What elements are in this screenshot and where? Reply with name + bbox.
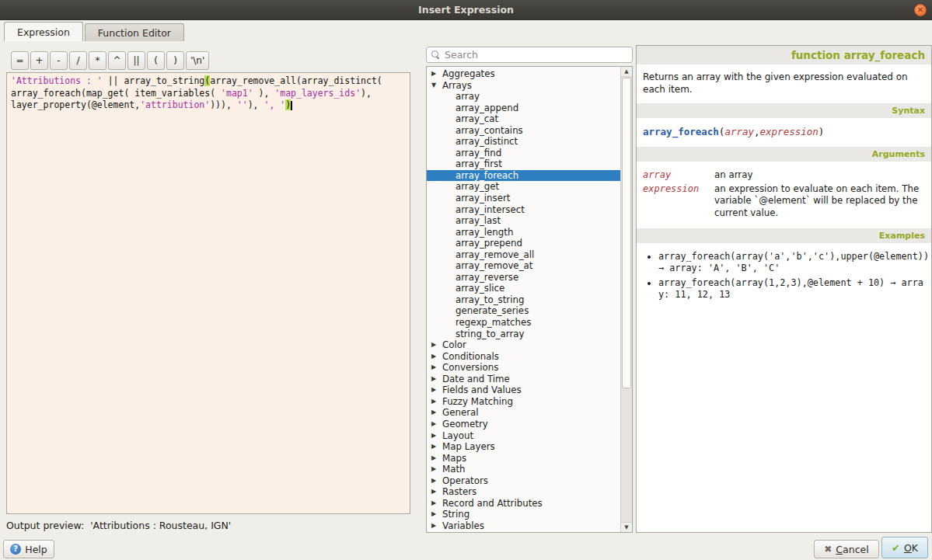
operator-button[interactable]: +	[30, 51, 48, 70]
operator-button[interactable]: =	[11, 51, 29, 70]
function-item[interactable]: array_append	[427, 103, 620, 114]
expand-arrow-icon[interactable]: ▶	[431, 407, 441, 419]
function-item[interactable]: array_reverse	[427, 272, 620, 283]
function-label: Rasters	[442, 486, 476, 498]
operator-button[interactable]: ^	[108, 51, 126, 70]
cancel-button[interactable]: ✖ Cancel	[814, 540, 879, 558]
operator-button[interactable]: /	[69, 51, 87, 70]
function-item[interactable]: array_contains	[427, 125, 620, 137]
operator-button[interactable]: '\n'	[186, 51, 209, 70]
scroll-down-icon[interactable]: ▼	[621, 522, 632, 532]
syntax-token: array	[724, 126, 754, 137]
function-category[interactable]: ▶String	[427, 509, 620, 520]
function-item[interactable]: array_last	[427, 215, 620, 227]
function-item[interactable]: array_first	[427, 158, 620, 170]
function-category[interactable]: ▶Layout	[427, 430, 620, 442]
help-button[interactable]: ? Help	[3, 540, 54, 558]
expression-editor[interactable]: 'Attributions : ' || array_to_string(arr…	[6, 72, 410, 514]
collapse-arrow-icon[interactable]: ▼	[431, 531, 441, 533]
function-item[interactable]: array_foreach	[427, 170, 620, 182]
function-category[interactable]: ▶Conditionals	[427, 351, 620, 363]
expression-segment: 'Attributions : '	[11, 75, 103, 86]
search-input[interactable]: Search	[426, 47, 633, 63]
expand-arrow-icon[interactable]: ▶	[431, 351, 441, 363]
operator-button[interactable]: *	[89, 51, 106, 70]
function-category[interactable]: ▶Maps	[427, 453, 620, 464]
expand-arrow-icon[interactable]: ▶	[431, 362, 441, 374]
expand-arrow-icon[interactable]: ▶	[431, 68, 441, 80]
expand-arrow-icon[interactable]: ▶	[431, 509, 441, 520]
operator-button[interactable]: )	[166, 51, 184, 70]
function-list-scrollbar[interactable]: ▲ ▼	[620, 67, 632, 532]
function-category[interactable]: ▶Variables	[427, 520, 620, 532]
operator-button[interactable]: -	[50, 51, 68, 70]
scroll-up-icon[interactable]: ▲	[621, 67, 632, 77]
expand-arrow-icon[interactable]: ▶	[431, 486, 441, 498]
expand-arrow-icon[interactable]: ▶	[431, 453, 441, 464]
function-item[interactable]: array_prepend	[427, 238, 620, 249]
function-item[interactable]: array_get	[427, 181, 620, 193]
expand-arrow-icon[interactable]: ▶	[431, 384, 441, 396]
function-item[interactable]: array_intersect	[427, 204, 620, 216]
expand-arrow-icon[interactable]: ▶	[431, 475, 441, 487]
expand-arrow-icon[interactable]: ▶	[431, 396, 441, 408]
expand-arrow-icon[interactable]: ▶	[431, 419, 441, 430]
collapse-arrow-icon[interactable]: ▼	[431, 80, 441, 92]
expand-arrow-icon[interactable]: ▶	[431, 520, 441, 532]
function-list[interactable]: ▲ ▼ ▶Aggregates▼Arraysarrayarray_appenda…	[426, 66, 633, 533]
function-item[interactable]: array_insert	[427, 193, 620, 204]
cancel-x-icon: ✖	[824, 544, 832, 555]
function-category[interactable]: ▶Operators	[427, 475, 620, 487]
expand-arrow-icon[interactable]: ▶	[431, 339, 441, 351]
syntax-token: expression	[760, 126, 819, 137]
function-category[interactable]: ▶Math	[427, 464, 620, 475]
function-category[interactable]: ▶Map Layers	[427, 441, 620, 453]
tab-function-editor[interactable]: Function Editor	[85, 23, 184, 41]
function-category[interactable]: ▶Record and Attributes	[427, 498, 620, 510]
function-item[interactable]: array_distinct	[427, 136, 620, 148]
function-category[interactable]: ▶Aggregates	[427, 68, 620, 80]
function-label: generate_series	[456, 305, 529, 317]
expand-arrow-icon[interactable]: ▶	[431, 430, 441, 442]
function-item[interactable]: regexp_matches	[427, 317, 620, 329]
function-label: Date and Time	[442, 374, 510, 385]
operator-button[interactable]: (	[147, 51, 165, 70]
function-category[interactable]: ▶Conversions	[427, 362, 620, 374]
tab-expression[interactable]: Expression	[4, 22, 83, 41]
function-item[interactable]: array_to_string	[427, 294, 620, 306]
function-description: Returns an array with the given expressi…	[637, 64, 931, 103]
expression-line: 'Attributions : ' || array_to_string(arr…	[11, 75, 406, 88]
expand-arrow-icon[interactable]: ▶	[431, 498, 441, 510]
function-category[interactable]: ▶Date and Time	[427, 374, 620, 385]
function-category[interactable]: ▶Fields and Values	[427, 384, 620, 396]
function-category[interactable]: ▶General	[427, 407, 620, 419]
operator-button[interactable]: ||	[127, 51, 145, 70]
ok-button[interactable]: ✔ OK	[881, 537, 928, 558]
function-item[interactable]: array	[427, 91, 620, 103]
function-category[interactable]: ▶Geometry	[427, 419, 620, 430]
function-category[interactable]: ▼Arrays	[427, 80, 620, 92]
title-bar: Insert Expression ✕	[0, 0, 932, 20]
function-item[interactable]: array_remove_at	[427, 260, 620, 272]
function-category[interactable]: ▶Fuzzy Matching	[427, 396, 620, 408]
expression-segment: ),	[361, 88, 372, 99]
function-label: String	[442, 509, 469, 520]
expand-arrow-icon[interactable]: ▶	[431, 441, 441, 453]
function-category[interactable]: ▶Rasters	[427, 486, 620, 498]
function-item[interactable]: generate_series	[427, 305, 620, 317]
function-label: array_prepend	[456, 238, 522, 249]
function-item[interactable]: array_find	[427, 148, 620, 159]
function-item[interactable]: array_remove_all	[427, 249, 620, 261]
function-item[interactable]: array_length	[427, 227, 620, 238]
function-category[interactable]: ▼Recent (generic)	[427, 531, 620, 533]
expand-arrow-icon[interactable]: ▶	[431, 464, 441, 475]
expand-arrow-icon[interactable]: ▶	[431, 374, 441, 385]
scrollbar-thumb[interactable]	[622, 78, 631, 388]
function-item[interactable]: array_cat	[427, 113, 620, 125]
argument-description: an array	[714, 169, 925, 182]
function-label: array_find	[456, 148, 501, 159]
function-category[interactable]: ▶Color	[427, 339, 620, 351]
close-icon[interactable]: ✕	[914, 4, 927, 16]
function-item[interactable]: string_to_array	[427, 329, 620, 340]
function-item[interactable]: array_slice	[427, 283, 620, 294]
